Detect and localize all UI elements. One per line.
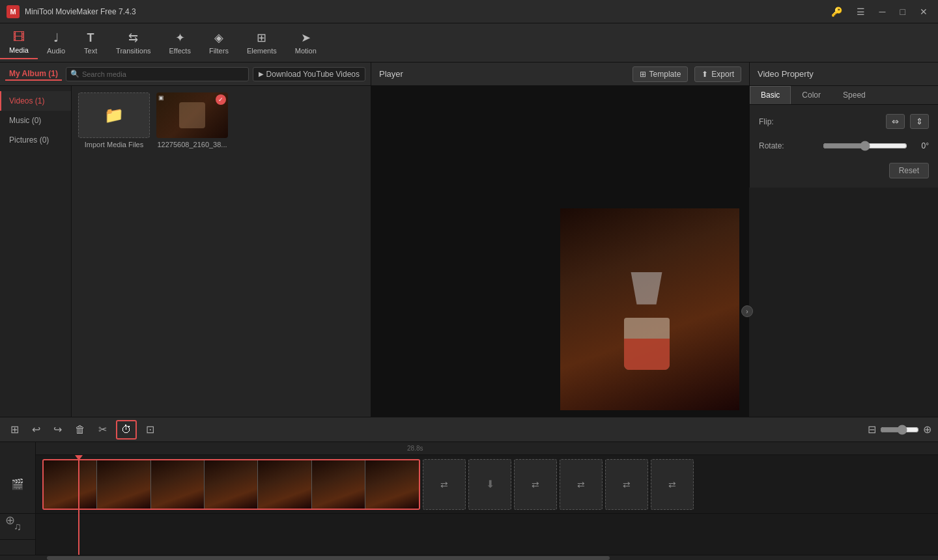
folder-icon: 📁: [104, 106, 124, 124]
close-button[interactable]: ✕: [916, 5, 931, 18]
left-panel-header: My Album (1) 🔍 Search media ▶ Download Y…: [0, 63, 371, 86]
clip-frame-3: [151, 460, 205, 509]
clip-frame-6: [312, 460, 365, 509]
add-track-button[interactable]: ⊕: [5, 513, 15, 527]
toolbar-item-text[interactable]: T Text: [74, 27, 107, 59]
titlebar-controls: 🔑 ☰ ─ □ ✕: [827, 5, 931, 18]
template-label: Template: [649, 70, 681, 79]
timeline-tools-left: ⊞ ↩ ↪ 🗑 ✂ ⏱ ⊡: [7, 420, 158, 440]
media-filename: 12275608_2160_38...: [156, 141, 228, 148]
transition-slot-5[interactable]: ⇄: [605, 459, 648, 510]
reset-button[interactable]: Reset: [889, 163, 929, 178]
download-youtube-button[interactable]: ▶ Download YouTube Videos: [253, 67, 365, 81]
key-icon[interactable]: 🔑: [827, 5, 846, 18]
transition-slot-1[interactable]: ⇄: [423, 459, 466, 510]
video-track-icon[interactable]: 🎬: [11, 478, 24, 490]
toolbar-item-effects[interactable]: ✦ Effects: [160, 27, 200, 59]
flip-horizontal-button[interactable]: ⇔: [886, 114, 905, 129]
flip-controls: ⇔ ⇕: [886, 114, 929, 129]
zoom-out-button[interactable]: ⊟: [868, 423, 876, 436]
track-controls: 🎬 ♫: [0, 442, 36, 555]
category-item-videos[interactable]: Videos (1): [0, 91, 71, 111]
delete-button[interactable]: 🗑: [71, 421, 89, 438]
flip-label: Flip:: [759, 117, 774, 126]
media-file-card[interactable]: ✓ ▣ 12275608_2160_38...: [156, 92, 228, 148]
video-thumb: ✓ ▣: [156, 92, 228, 138]
time-mark: 28.8s: [407, 445, 423, 452]
timeline-tracks: 28.8s: [36, 442, 938, 555]
template-icon: ⊞: [640, 70, 646, 79]
toolbar-item-motion[interactable]: ➤ Motion: [286, 27, 326, 59]
video-left-side: [381, 208, 560, 410]
search-placeholder: Search media: [82, 70, 126, 78]
toolbar-item-audio[interactable]: ♩ Audio: [38, 27, 74, 59]
video-frame-art: [381, 208, 739, 410]
crop-button[interactable]: ⊡: [142, 421, 158, 438]
rotate-slider[interactable]: [823, 141, 907, 151]
toolbar-label-text: Text: [84, 47, 97, 55]
download-youtube-label: Download YouTube Videos: [266, 70, 360, 79]
titlebar: M MiniTool MovieMaker Free 7.4.3 🔑 ☰ ─ □…: [0, 0, 938, 23]
transition-slot-4[interactable]: ⇄: [560, 459, 603, 510]
video-track-control: 🎬: [0, 455, 35, 514]
clip-frame-5: [258, 460, 311, 509]
audio-icon: ♩: [53, 31, 59, 45]
search-bar: 🔍 Search media: [66, 67, 249, 81]
tab-basic[interactable]: Basic: [750, 86, 791, 104]
search-icon: 🔍: [70, 70, 79, 78]
add-media-button[interactable]: ⊞: [7, 421, 23, 438]
horizontal-scrollbar[interactable]: [0, 555, 938, 560]
import-media-card[interactable]: 📁 Import Media Files: [78, 92, 150, 148]
zoom-slider[interactable]: [880, 425, 919, 435]
menu-icon[interactable]: ☰: [853, 5, 869, 18]
cursor-head: [75, 455, 83, 460]
import-thumb: 📁: [78, 92, 150, 138]
toolbar-label-effects: Effects: [169, 47, 191, 55]
maximize-button[interactable]: □: [896, 5, 909, 18]
undo-button[interactable]: ↩: [28, 421, 44, 438]
redo-button[interactable]: ↪: [50, 421, 66, 438]
export-button[interactable]: ⬆ Export: [694, 66, 741, 82]
minimize-button[interactable]: ─: [875, 5, 890, 18]
category-item-music[interactable]: Music (0): [0, 111, 71, 130]
template-button[interactable]: ⊞ Template: [632, 66, 689, 82]
video-type-icon: ▣: [158, 94, 164, 101]
toolbar-label-filters: Filters: [209, 47, 229, 55]
cup-liquid: [624, 339, 670, 370]
timeline-toolbar: ⊞ ↩ ↪ 🗑 ✂ ⏱ ⊡ ⊟ ⊕: [0, 417, 938, 442]
export-label: Export: [711, 70, 734, 79]
basic-tab-label: Basic: [761, 91, 780, 100]
media-icon: 🎞: [13, 31, 25, 44]
export-icon: ⬆: [702, 70, 708, 79]
tab-color[interactable]: Color: [791, 86, 832, 104]
video-right-side: [560, 208, 739, 410]
category-videos-label: Videos (1): [9, 96, 44, 105]
clip-frame-1: [44, 460, 97, 509]
flip-vertical-button[interactable]: ⇕: [910, 114, 929, 129]
zoom-in-button[interactable]: ⊕: [923, 423, 931, 436]
timeline-tools-right: ⊟ ⊕: [868, 423, 931, 436]
cup-funnel: [627, 272, 666, 305]
transition-slot-3[interactable]: ⇄: [514, 459, 557, 510]
effects-icon: ✦: [175, 31, 185, 45]
video-clip[interactable]: [42, 459, 420, 510]
my-album-title[interactable]: My Album (1): [5, 68, 62, 81]
import-label: Import Media Files: [78, 141, 150, 148]
transition-slot-2[interactable]: ⬇: [468, 459, 511, 510]
cup-body: [624, 318, 670, 370]
video-badge: ✓: [216, 94, 226, 105]
toolbar-item-media[interactable]: 🎞 Media: [0, 27, 38, 59]
tab-speed[interactable]: Speed: [832, 86, 877, 104]
cut-button[interactable]: ✂: [94, 421, 111, 438]
clip-frame-7: [365, 460, 419, 509]
toolbar-item-elements[interactable]: ⊞ Elements: [238, 27, 286, 59]
transition-slot-6[interactable]: ⇄: [651, 459, 694, 510]
youtube-icon: ▶: [259, 70, 264, 77]
scrollbar-thumb[interactable]: [47, 556, 610, 560]
toolbar-item-filters[interactable]: ◈ Filters: [200, 27, 238, 59]
audio-track: [36, 514, 938, 540]
collapse-panel-button[interactable]: ›: [741, 305, 753, 317]
toolbar-item-transitions[interactable]: ⇆ Transitions: [107, 27, 160, 59]
category-item-pictures[interactable]: Pictures (0): [0, 130, 71, 150]
speed-button[interactable]: ⏱: [116, 420, 137, 440]
